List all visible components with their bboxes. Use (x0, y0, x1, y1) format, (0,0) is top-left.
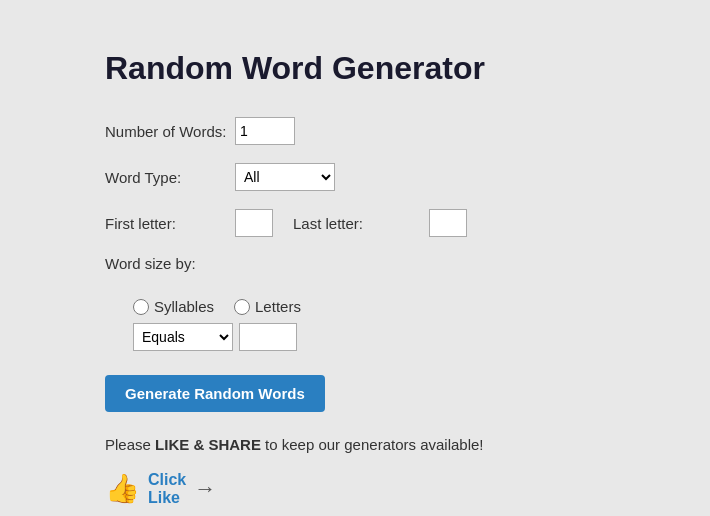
letter-row: First letter: Last letter: (105, 209, 605, 237)
page-title: Random Word Generator (105, 50, 605, 87)
first-letter-input[interactable] (235, 209, 273, 237)
word-size-label: Word size by: (105, 255, 196, 272)
number-of-words-input[interactable] (235, 117, 295, 145)
syllables-label: Syllables (154, 298, 214, 315)
equals-select[interactable]: Equals At least At most Between (133, 323, 233, 351)
number-of-words-row: Number of Words: (105, 117, 605, 145)
letters-label: Letters (255, 298, 301, 315)
first-letter-label: First letter: (105, 215, 235, 232)
social-buttons: 👍 Click Like → (105, 471, 605, 506)
last-letter-input[interactable] (429, 209, 467, 237)
letters-option[interactable]: Letters (234, 298, 301, 315)
word-type-label: Word Type: (105, 169, 235, 186)
share-bold: LIKE & SHARE (155, 436, 261, 453)
thumbs-up-icon: 👍 (105, 472, 140, 505)
size-number-input[interactable] (239, 323, 297, 351)
click-like-text[interactable]: Click Like (148, 471, 186, 506)
generate-button-row: Generate Random Words (105, 361, 605, 436)
like-label: Like (148, 489, 186, 507)
word-type-row: Word Type: All Nouns Verbs Adjectives Ad… (105, 163, 605, 191)
size-controls: Equals At least At most Between (133, 323, 605, 351)
word-size-section: Word size by: Syllables Letters Equals A… (105, 255, 605, 351)
letters-radio[interactable] (234, 299, 250, 315)
share-message: Please LIKE & SHARE to keep our generato… (105, 436, 605, 453)
last-letter-label: Last letter: (293, 215, 423, 232)
generate-button[interactable]: Generate Random Words (105, 375, 325, 412)
number-of-words-label: Number of Words: (105, 123, 235, 140)
syllables-radio[interactable] (133, 299, 149, 315)
word-size-label-row: Word size by: (105, 255, 605, 280)
word-type-select[interactable]: All Nouns Verbs Adjectives Adverbs (235, 163, 335, 191)
main-container: Random Word Generator Number of Words: W… (0, 0, 710, 516)
syllables-option[interactable]: Syllables (133, 298, 214, 315)
arrow-icon: → (194, 476, 216, 502)
radio-row: Syllables Letters (133, 298, 605, 315)
click-label: Click (148, 471, 186, 489)
share-section: Please LIKE & SHARE to keep our generato… (105, 436, 605, 506)
